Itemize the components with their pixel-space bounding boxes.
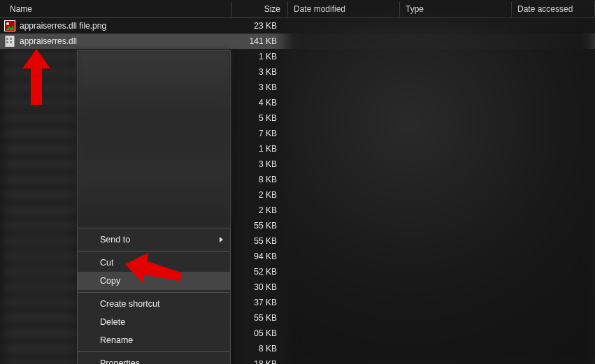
file-size: 23 KB <box>228 21 284 31</box>
file-name: appraiserres.dll <box>20 36 77 46</box>
col-date[interactable]: Date modified <box>288 1 400 17</box>
menu-separator <box>78 228 229 228</box>
menu-delete[interactable]: Delete <box>78 313 230 331</box>
menu-separator <box>78 292 229 293</box>
size-column-values: 1 KB 3 KB 3 KB 4 KB 5 KB 7 KB 1 KB 3 KB … <box>228 49 284 364</box>
svg-point-2 <box>6 22 9 25</box>
svg-rect-6 <box>6 41 8 43</box>
svg-rect-4 <box>6 38 8 40</box>
menu-properties[interactable]: Properties <box>78 354 230 364</box>
col-accessed[interactable]: Date accessed <box>512 1 595 17</box>
column-header: Name Size Date modified Type Date access… <box>0 0 595 18</box>
menu-rename[interactable]: Rename <box>78 331 230 349</box>
image-file-icon <box>4 20 15 31</box>
annotation-arrow-icon <box>15 49 57 112</box>
annotation-arrow-icon <box>124 249 187 291</box>
col-name[interactable]: Name <box>4 1 232 17</box>
menu-create-shortcut[interactable]: Create shortcut <box>78 295 230 313</box>
file-name: appraiserres.dll file.png <box>20 21 106 31</box>
context-menu: Send to Cut Copy Create shortcut Delete … <box>77 50 231 364</box>
col-type[interactable]: Type <box>400 1 512 17</box>
svg-rect-7 <box>10 41 12 43</box>
dll-file-icon <box>4 36 15 47</box>
menu-separator <box>78 351 229 352</box>
col-size[interactable]: Size <box>232 1 288 17</box>
file-size: 141 KB <box>228 36 284 46</box>
menu-send-to[interactable]: Send to <box>78 231 230 249</box>
svg-rect-5 <box>10 38 12 40</box>
submenu-arrow-icon <box>220 237 223 242</box>
context-menu-blurred-top <box>78 51 230 226</box>
